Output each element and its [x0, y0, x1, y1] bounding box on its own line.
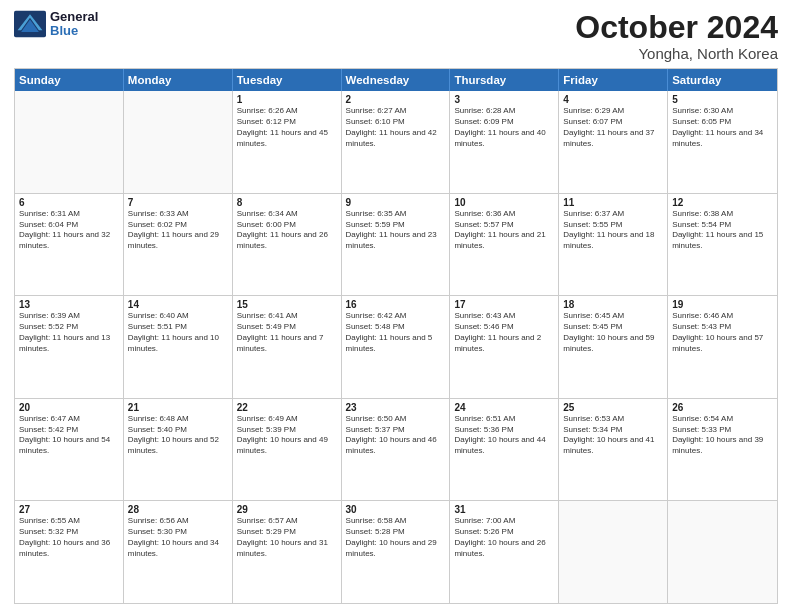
- cell-info-29: Sunrise: 6:57 AM Sunset: 5:29 PM Dayligh…: [237, 516, 337, 559]
- empty-cell-4-6: [668, 501, 777, 603]
- day-number-25: 25: [563, 402, 663, 413]
- cell-info-6: Sunrise: 6:31 AM Sunset: 6:04 PM Dayligh…: [19, 209, 119, 252]
- header-saturday: Saturday: [668, 69, 777, 91]
- day-number-11: 11: [563, 197, 663, 208]
- day-11: 11Sunrise: 6:37 AM Sunset: 5:55 PM Dayli…: [559, 194, 668, 296]
- cell-info-25: Sunrise: 6:53 AM Sunset: 5:34 PM Dayligh…: [563, 414, 663, 457]
- day-14: 14Sunrise: 6:40 AM Sunset: 5:51 PM Dayli…: [124, 296, 233, 398]
- day-number-18: 18: [563, 299, 663, 310]
- empty-cell-0-1: [124, 91, 233, 193]
- generalblue-logo-icon: [14, 10, 46, 38]
- logo-blue: Blue: [50, 24, 98, 38]
- cell-info-27: Sunrise: 6:55 AM Sunset: 5:32 PM Dayligh…: [19, 516, 119, 559]
- day-number-17: 17: [454, 299, 554, 310]
- cell-info-3: Sunrise: 6:28 AM Sunset: 6:09 PM Dayligh…: [454, 106, 554, 149]
- day-number-14: 14: [128, 299, 228, 310]
- day-number-16: 16: [346, 299, 446, 310]
- week-row-1: 1Sunrise: 6:26 AM Sunset: 6:12 PM Daylig…: [15, 91, 777, 193]
- cell-info-21: Sunrise: 6:48 AM Sunset: 5:40 PM Dayligh…: [128, 414, 228, 457]
- day-number-30: 30: [346, 504, 446, 515]
- day-number-23: 23: [346, 402, 446, 413]
- cell-info-9: Sunrise: 6:35 AM Sunset: 5:59 PM Dayligh…: [346, 209, 446, 252]
- day-number-8: 8: [237, 197, 337, 208]
- day-number-9: 9: [346, 197, 446, 208]
- day-number-1: 1: [237, 94, 337, 105]
- day-22: 22Sunrise: 6:49 AM Sunset: 5:39 PM Dayli…: [233, 399, 342, 501]
- logo-general: General: [50, 10, 98, 24]
- day-number-29: 29: [237, 504, 337, 515]
- day-31: 31Sunrise: 7:00 AM Sunset: 5:26 PM Dayli…: [450, 501, 559, 603]
- header-monday: Monday: [124, 69, 233, 91]
- week-row-2: 6Sunrise: 6:31 AM Sunset: 6:04 PM Daylig…: [15, 193, 777, 296]
- cell-info-8: Sunrise: 6:34 AM Sunset: 6:00 PM Dayligh…: [237, 209, 337, 252]
- day-7: 7Sunrise: 6:33 AM Sunset: 6:02 PM Daylig…: [124, 194, 233, 296]
- day-number-26: 26: [672, 402, 773, 413]
- day-6: 6Sunrise: 6:31 AM Sunset: 6:04 PM Daylig…: [15, 194, 124, 296]
- day-number-10: 10: [454, 197, 554, 208]
- cell-info-19: Sunrise: 6:46 AM Sunset: 5:43 PM Dayligh…: [672, 311, 773, 354]
- cell-info-15: Sunrise: 6:41 AM Sunset: 5:49 PM Dayligh…: [237, 311, 337, 354]
- day-1: 1Sunrise: 6:26 AM Sunset: 6:12 PM Daylig…: [233, 91, 342, 193]
- day-number-13: 13: [19, 299, 119, 310]
- day-27: 27Sunrise: 6:55 AM Sunset: 5:32 PM Dayli…: [15, 501, 124, 603]
- calendar: Sunday Monday Tuesday Wednesday Thursday…: [14, 68, 778, 604]
- day-24: 24Sunrise: 6:51 AM Sunset: 5:36 PM Dayli…: [450, 399, 559, 501]
- day-9: 9Sunrise: 6:35 AM Sunset: 5:59 PM Daylig…: [342, 194, 451, 296]
- page: General Blue October 2024 Yongha, North …: [0, 0, 792, 612]
- day-20: 20Sunrise: 6:47 AM Sunset: 5:42 PM Dayli…: [15, 399, 124, 501]
- day-5: 5Sunrise: 6:30 AM Sunset: 6:05 PM Daylig…: [668, 91, 777, 193]
- day-30: 30Sunrise: 6:58 AM Sunset: 5:28 PM Dayli…: [342, 501, 451, 603]
- cell-info-1: Sunrise: 6:26 AM Sunset: 6:12 PM Dayligh…: [237, 106, 337, 149]
- week-row-3: 13Sunrise: 6:39 AM Sunset: 5:52 PM Dayli…: [15, 295, 777, 398]
- cell-info-17: Sunrise: 6:43 AM Sunset: 5:46 PM Dayligh…: [454, 311, 554, 354]
- logo: General Blue: [14, 10, 98, 39]
- day-number-24: 24: [454, 402, 554, 413]
- day-3: 3Sunrise: 6:28 AM Sunset: 6:09 PM Daylig…: [450, 91, 559, 193]
- cell-info-22: Sunrise: 6:49 AM Sunset: 5:39 PM Dayligh…: [237, 414, 337, 457]
- cell-info-26: Sunrise: 6:54 AM Sunset: 5:33 PM Dayligh…: [672, 414, 773, 457]
- day-number-22: 22: [237, 402, 337, 413]
- cell-info-24: Sunrise: 6:51 AM Sunset: 5:36 PM Dayligh…: [454, 414, 554, 457]
- day-number-6: 6: [19, 197, 119, 208]
- day-number-28: 28: [128, 504, 228, 515]
- day-number-15: 15: [237, 299, 337, 310]
- day-number-21: 21: [128, 402, 228, 413]
- header-sunday: Sunday: [15, 69, 124, 91]
- day-number-3: 3: [454, 94, 554, 105]
- day-10: 10Sunrise: 6:36 AM Sunset: 5:57 PM Dayli…: [450, 194, 559, 296]
- day-19: 19Sunrise: 6:46 AM Sunset: 5:43 PM Dayli…: [668, 296, 777, 398]
- cell-info-30: Sunrise: 6:58 AM Sunset: 5:28 PM Dayligh…: [346, 516, 446, 559]
- day-number-7: 7: [128, 197, 228, 208]
- day-21: 21Sunrise: 6:48 AM Sunset: 5:40 PM Dayli…: [124, 399, 233, 501]
- logo-text: General Blue: [50, 10, 98, 39]
- day-2: 2Sunrise: 6:27 AM Sunset: 6:10 PM Daylig…: [342, 91, 451, 193]
- header-thursday: Thursday: [450, 69, 559, 91]
- cell-info-2: Sunrise: 6:27 AM Sunset: 6:10 PM Dayligh…: [346, 106, 446, 149]
- empty-cell-0-0: [15, 91, 124, 193]
- day-number-5: 5: [672, 94, 773, 105]
- month-title: October 2024: [575, 10, 778, 45]
- day-number-20: 20: [19, 402, 119, 413]
- cell-info-10: Sunrise: 6:36 AM Sunset: 5:57 PM Dayligh…: [454, 209, 554, 252]
- cell-info-5: Sunrise: 6:30 AM Sunset: 6:05 PM Dayligh…: [672, 106, 773, 149]
- calendar-header: Sunday Monday Tuesday Wednesday Thursday…: [15, 69, 777, 91]
- day-13: 13Sunrise: 6:39 AM Sunset: 5:52 PM Dayli…: [15, 296, 124, 398]
- cell-info-23: Sunrise: 6:50 AM Sunset: 5:37 PM Dayligh…: [346, 414, 446, 457]
- day-4: 4Sunrise: 6:29 AM Sunset: 6:07 PM Daylig…: [559, 91, 668, 193]
- cell-info-14: Sunrise: 6:40 AM Sunset: 5:51 PM Dayligh…: [128, 311, 228, 354]
- week-row-5: 27Sunrise: 6:55 AM Sunset: 5:32 PM Dayli…: [15, 500, 777, 603]
- day-18: 18Sunrise: 6:45 AM Sunset: 5:45 PM Dayli…: [559, 296, 668, 398]
- cell-info-12: Sunrise: 6:38 AM Sunset: 5:54 PM Dayligh…: [672, 209, 773, 252]
- header-wednesday: Wednesday: [342, 69, 451, 91]
- cell-info-7: Sunrise: 6:33 AM Sunset: 6:02 PM Dayligh…: [128, 209, 228, 252]
- day-17: 17Sunrise: 6:43 AM Sunset: 5:46 PM Dayli…: [450, 296, 559, 398]
- cell-info-18: Sunrise: 6:45 AM Sunset: 5:45 PM Dayligh…: [563, 311, 663, 354]
- header-tuesday: Tuesday: [233, 69, 342, 91]
- day-15: 15Sunrise: 6:41 AM Sunset: 5:49 PM Dayli…: [233, 296, 342, 398]
- day-23: 23Sunrise: 6:50 AM Sunset: 5:37 PM Dayli…: [342, 399, 451, 501]
- day-number-12: 12: [672, 197, 773, 208]
- day-number-27: 27: [19, 504, 119, 515]
- day-8: 8Sunrise: 6:34 AM Sunset: 6:00 PM Daylig…: [233, 194, 342, 296]
- cell-info-4: Sunrise: 6:29 AM Sunset: 6:07 PM Dayligh…: [563, 106, 663, 149]
- day-number-4: 4: [563, 94, 663, 105]
